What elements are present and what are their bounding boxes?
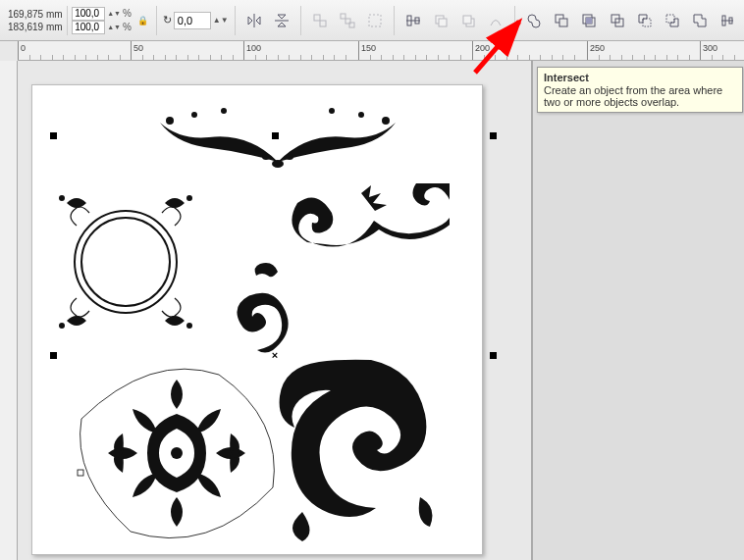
svg-point-38 (59, 323, 65, 329)
svg-point-32 (262, 154, 270, 160)
svg-rect-20 (643, 19, 651, 26)
svg-point-25 (166, 117, 174, 125)
svg-point-30 (382, 117, 390, 125)
svg-rect-1 (320, 21, 326, 26)
svg-rect-17 (586, 18, 592, 24)
svg-rect-21 (666, 15, 674, 23)
object-position: 169,875 mm 183,619 mm (4, 6, 68, 35)
rotate-icon: ↻ (163, 14, 172, 26)
weld-icon[interactable] (522, 8, 546, 33)
separator (514, 6, 515, 35)
svg-rect-3 (345, 19, 350, 24)
spinner-arrows[interactable]: ▲▼ (107, 25, 121, 30)
ornament-vine[interactable] (150, 103, 405, 177)
svg-point-27 (221, 108, 227, 114)
svg-rect-11 (466, 19, 474, 26)
pasteboard (533, 61, 744, 560)
separator (300, 6, 301, 35)
scale-y-input[interactable] (72, 21, 105, 34)
rotation-angle[interactable]: ↻ ▲▼ (163, 12, 229, 29)
svg-rect-10 (439, 19, 447, 26)
svg-rect-0 (314, 15, 320, 21)
svg-point-34 (81, 218, 170, 306)
property-bar: 169,875 mm 183,619 mm ▲▼ % ▲▼ % 🔒 ↻ ▲▼ (0, 0, 744, 41)
vertical-ruler (0, 61, 18, 560)
separator (394, 6, 395, 35)
selection-center[interactable]: × (272, 349, 278, 361)
pos-x: 169,875 mm (8, 8, 63, 21)
ungroup-icon (308, 8, 332, 33)
lock-icon: 🔒 (137, 16, 148, 25)
scale-unit: % (123, 7, 132, 20)
tooltip-body: Create an object from the area where two… (544, 84, 736, 108)
mirror-vertical-icon[interactable] (270, 8, 293, 33)
svg-rect-2 (341, 14, 345, 19)
spinner-arrows[interactable]: ▲▼ (107, 11, 121, 17)
svg-rect-5 (369, 15, 381, 26)
page-shadow-edge (531, 61, 533, 560)
svg-rect-9 (436, 16, 444, 24)
spinner-arrows[interactable]: ▲▼ (213, 17, 229, 24)
svg-point-41 (171, 447, 183, 459)
to-front-icon (429, 8, 452, 33)
selection-handle[interactable] (50, 132, 57, 139)
to-back-icon (456, 8, 480, 33)
svg-point-33 (286, 154, 293, 160)
svg-point-36 (59, 195, 65, 201)
scale-factor[interactable]: ▲▼ % ▲▼ % (70, 7, 133, 34)
tooltip-title: Intersect (544, 72, 736, 83)
svg-point-29 (358, 112, 364, 118)
ungroup-all-icon (336, 8, 359, 33)
svg-rect-40 (78, 470, 83, 476)
front-minus-back-icon[interactable] (633, 8, 657, 33)
align-distribute-icon[interactable] (401, 8, 425, 33)
align-edges-icon[interactable] (716, 8, 739, 33)
selection-handle[interactable] (50, 352, 57, 359)
svg-rect-12 (463, 16, 471, 24)
svg-point-39 (186, 323, 192, 329)
back-minus-front-icon[interactable] (661, 8, 684, 33)
ornament-damask[interactable] (72, 360, 283, 546)
lock-ratio[interactable]: 🔒 (135, 16, 150, 25)
selection-handle[interactable] (490, 132, 497, 139)
svg-point-26 (191, 112, 197, 118)
svg-point-35 (75, 211, 177, 313)
ornament-flourish[interactable] (273, 350, 440, 546)
scale-x-input[interactable] (72, 7, 105, 21)
convert-curves-icon (484, 8, 507, 33)
selection-handle[interactable] (490, 352, 497, 359)
mirror-horizontal-icon[interactable] (242, 8, 266, 33)
boundary-icon[interactable] (688, 8, 712, 33)
canvas[interactable]: × (18, 61, 744, 560)
trim-icon[interactable] (550, 8, 573, 33)
svg-point-31 (272, 160, 284, 168)
separator (235, 6, 236, 35)
svg-point-37 (186, 195, 192, 201)
svg-rect-14 (559, 19, 567, 26)
tooltip: Intersect Create an object from the area… (537, 67, 743, 113)
svg-rect-4 (349, 23, 354, 27)
horizontal-ruler: 050100150200250300 (18, 41, 744, 61)
pos-y: 183,619 mm (8, 21, 63, 33)
separator (156, 6, 157, 35)
simplify-icon[interactable] (606, 8, 629, 33)
ornament-swirl-wings[interactable] (278, 183, 450, 296)
ornament-circle-frame[interactable] (52, 188, 199, 335)
ornament-small-curl[interactable] (224, 257, 302, 355)
scale-unit: % (123, 21, 132, 33)
page (31, 84, 483, 555)
svg-point-28 (329, 108, 335, 114)
group-icon (363, 8, 387, 33)
intersect-icon[interactable] (577, 8, 601, 33)
rotation-input[interactable] (174, 12, 211, 29)
selection-handle[interactable] (272, 132, 279, 139)
